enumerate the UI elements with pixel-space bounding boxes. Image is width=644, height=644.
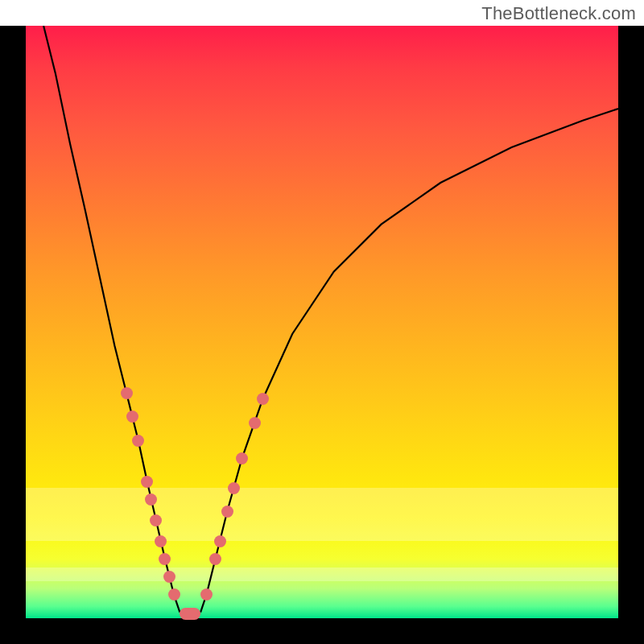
marker-left-8 bbox=[163, 571, 175, 583]
marker-left-2 bbox=[132, 435, 144, 447]
marker-left-0 bbox=[121, 387, 133, 399]
marker-left-9 bbox=[168, 588, 180, 601]
valley-marker bbox=[180, 608, 200, 620]
bottleneck-curve bbox=[26, 26, 618, 618]
marker-right-0 bbox=[200, 588, 213, 601]
marker-right-1 bbox=[209, 553, 221, 565]
marker-right-2 bbox=[214, 535, 226, 547]
watermark-text: TheBottleneck.com bbox=[481, 3, 636, 24]
marker-right-3 bbox=[221, 506, 233, 518]
marker-right-6 bbox=[249, 417, 261, 429]
header-strip: TheBottleneck.com bbox=[0, 0, 644, 26]
plot-area bbox=[26, 26, 618, 618]
marker-right-5 bbox=[236, 452, 248, 464]
marker-right-7 bbox=[257, 393, 269, 405]
outer-frame: TheBottleneck.com bbox=[0, 0, 644, 644]
marker-right-4 bbox=[228, 482, 240, 494]
